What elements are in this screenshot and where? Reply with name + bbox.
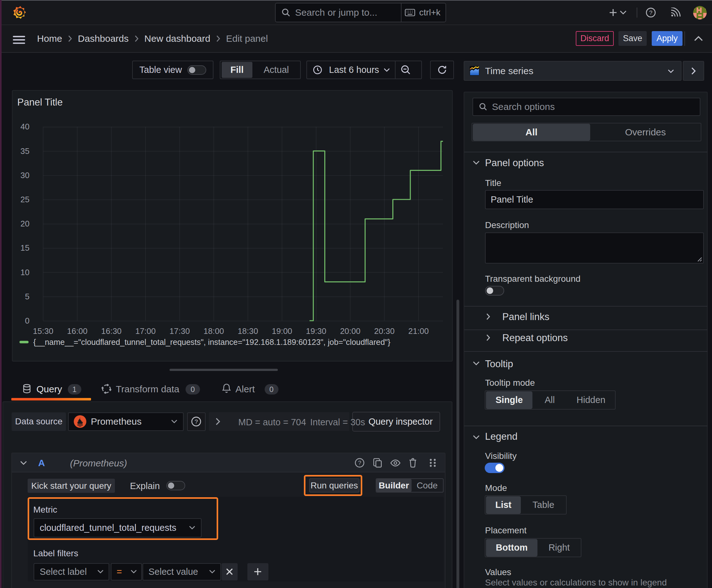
- svg-text:15: 15: [20, 243, 29, 253]
- svg-text:21:00: 21:00: [408, 327, 429, 336]
- svg-text:0: 0: [25, 316, 29, 326]
- svg-text:20: 20: [20, 219, 29, 228]
- svg-text:16:30: 16:30: [101, 327, 122, 336]
- svg-text:17:00: 17:00: [135, 327, 156, 336]
- svg-text:18:30: 18:30: [238, 327, 258, 336]
- svg-text:15:30: 15:30: [33, 327, 53, 336]
- svg-text:30: 30: [20, 171, 29, 180]
- svg-text:10: 10: [20, 268, 29, 277]
- svg-text:?: ?: [358, 460, 361, 466]
- svg-text:25: 25: [20, 195, 29, 204]
- svg-text:40: 40: [20, 122, 29, 131]
- svg-text:35: 35: [20, 146, 29, 156]
- svg-text:19:00: 19:00: [272, 327, 292, 336]
- svg-text:20:30: 20:30: [374, 327, 395, 336]
- svg-text:16:00: 16:00: [67, 327, 88, 336]
- svg-text:?: ?: [195, 418, 198, 425]
- svg-text:17:30: 17:30: [170, 327, 190, 336]
- svg-text:20:00: 20:00: [340, 327, 360, 336]
- svg-text:5: 5: [25, 292, 29, 301]
- svg-text:18:00: 18:00: [203, 327, 224, 336]
- svg-text:?: ?: [649, 9, 653, 16]
- svg-text:19:30: 19:30: [306, 327, 326, 336]
